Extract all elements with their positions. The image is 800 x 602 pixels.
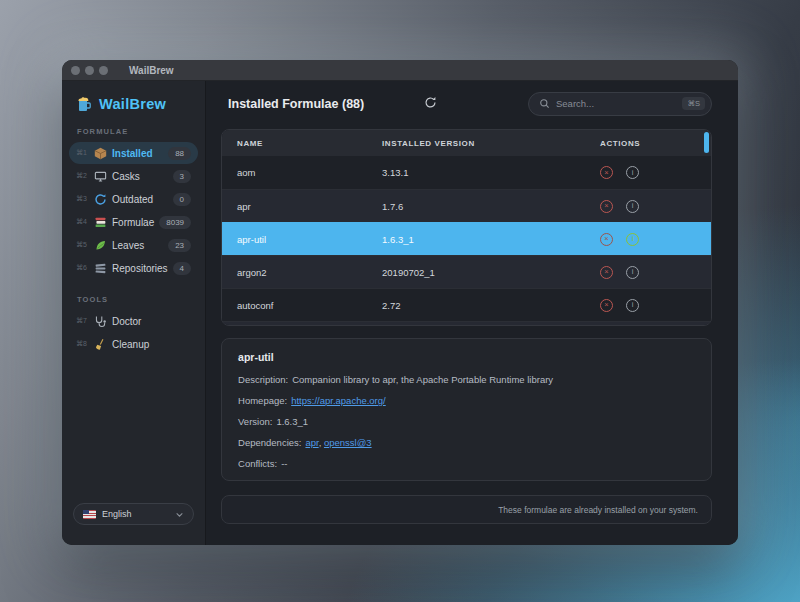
window-title: WailBrew: [129, 65, 174, 76]
table-row-apr[interactable]: apr 1.7.6 ×i: [222, 189, 711, 222]
sidebar-item-outdated[interactable]: ⌘3 Outdated 0: [69, 188, 198, 210]
details-conflicts: Conflicts:--: [238, 458, 695, 469]
titlebar: WailBrew: [62, 60, 738, 81]
shortcut-hint: ⌘3: [76, 195, 89, 203]
refresh-icon: [424, 96, 437, 112]
info-icon[interactable]: i: [626, 200, 639, 213]
section-label-tools: TOOLS: [62, 280, 205, 309]
sidebar-item-cleanup[interactable]: ⌘8 Cleanup: [69, 333, 198, 355]
us-flag-icon: [83, 510, 96, 519]
search-field[interactable]: ⌘S: [528, 92, 712, 116]
cell-version: 1.6.3_1: [382, 234, 600, 245]
display-icon: [94, 170, 107, 183]
app-window: WailBrew WailBrew FORMULAE ⌘1 Installed …: [62, 60, 738, 545]
info-icon[interactable]: i: [626, 233, 639, 246]
language-label: English: [102, 509, 132, 519]
cell-name: aom: [237, 167, 382, 178]
cell-version: 1.7.6: [382, 201, 600, 212]
cell-name: apr-util: [237, 234, 382, 245]
shortcut-hint: ⌘7: [76, 317, 89, 325]
count-badge: 3: [173, 170, 191, 183]
section-label-formulae: FORMULAE: [62, 112, 205, 141]
count-badge: 0: [173, 193, 191, 206]
zoom-window-button[interactable]: [99, 66, 108, 75]
shortcut-hint: ⌘6: [76, 264, 89, 272]
table-row-aom[interactable]: aom 3.13.1 ×i: [222, 156, 711, 189]
sidebar-item-label: Formulae: [112, 217, 154, 228]
sidebar-item-label: Installed: [112, 148, 153, 159]
refresh-icon: [94, 193, 107, 206]
table-row-apr-util[interactable]: apr-util 1.6.3_1 ×i: [222, 222, 711, 255]
sidebar-item-label: Casks: [112, 171, 140, 182]
sidebar-item-label: Leaves: [112, 240, 144, 251]
info-icon[interactable]: i: [626, 166, 639, 179]
sidebar-item-formulae[interactable]: ⌘4 Formulae 8039: [69, 211, 198, 233]
details-version: Version:1.6.3_1: [238, 416, 695, 427]
homepage-link[interactable]: https://apr.apache.org/: [291, 395, 386, 406]
uninstall-icon[interactable]: ×: [600, 299, 613, 312]
sidebar-item-doctor[interactable]: ⌘7 Doctor: [69, 310, 198, 332]
details-dependencies: Dependencies:apr, openssl@3: [238, 437, 695, 448]
status-message: These formulae are already installed on …: [498, 505, 698, 515]
uninstall-icon[interactable]: ×: [600, 266, 613, 279]
page-title: Installed Formulae (88): [228, 97, 364, 111]
cell-version: 3.13.1: [382, 167, 600, 178]
sidebar-item-leaves[interactable]: ⌘5 Leaves 23: [69, 234, 198, 256]
details-homepage: Homepage:https://apr.apache.org/: [238, 395, 695, 406]
sidebar-item-label: Outdated: [112, 194, 153, 205]
details-title: apr-util: [238, 351, 695, 363]
count-badge: 4: [173, 262, 191, 275]
table-row-autoconf[interactable]: autoconf 2.72 ×i: [222, 288, 711, 321]
chevron-down-icon: [175, 510, 184, 519]
stethoscope-icon: [94, 315, 107, 328]
formulae-table: NAME INSTALLED VERSION ACTIONS aom 3.13.…: [221, 129, 712, 326]
shortcut-hint: ⌘2: [76, 172, 89, 180]
dependency-link[interactable]: apr: [305, 437, 318, 448]
sidebar: WailBrew FORMULAE ⌘1 Installed 88 ⌘2 Cas…: [62, 81, 206, 545]
table-header: NAME INSTALLED VERSION ACTIONS: [222, 130, 711, 156]
cell-name: argon2: [237, 267, 382, 278]
cell-version: 20190702_1: [382, 267, 600, 278]
close-window-button[interactable]: [71, 66, 80, 75]
sidebar-item-repositories[interactable]: ⌘6 Repositories 4: [69, 257, 198, 279]
books-icon: [94, 216, 107, 229]
info-icon[interactable]: i: [626, 299, 639, 312]
column-header-actions: ACTIONS: [600, 139, 696, 148]
table-row-argon2[interactable]: argon2 20190702_1 ×i: [222, 255, 711, 288]
uninstall-icon[interactable]: ×: [600, 166, 613, 179]
repo-icon: [94, 262, 107, 275]
column-header-version: INSTALLED VERSION: [382, 139, 600, 148]
brand: WailBrew: [62, 81, 205, 112]
sidebar-item-installed[interactable]: ⌘1 Installed 88: [69, 142, 198, 164]
count-badge: 88: [168, 147, 191, 160]
search-shortcut-badge: ⌘S: [682, 97, 705, 110]
status-bar: These formulae are already installed on …: [221, 495, 712, 524]
scrollbar-thumb[interactable]: [704, 132, 709, 153]
count-badge: 23: [168, 239, 191, 252]
sidebar-item-label: Cleanup: [112, 339, 149, 350]
sidebar-item-label: Doctor: [112, 316, 141, 327]
language-selector[interactable]: English: [73, 503, 194, 525]
package-icon: [94, 147, 107, 160]
uninstall-icon[interactable]: ×: [600, 200, 613, 213]
minimize-window-button[interactable]: [85, 66, 94, 75]
sidebar-item-label: Repositories: [112, 263, 168, 274]
uninstall-icon[interactable]: ×: [600, 233, 613, 246]
refresh-button[interactable]: [424, 96, 437, 112]
details-description: Description:Companion library to apr, th…: [238, 374, 695, 385]
sidebar-item-casks[interactable]: ⌘2 Casks 3: [69, 165, 198, 187]
count-badge: 8039: [159, 216, 191, 229]
leaf-icon: [94, 239, 107, 252]
cell-name: autoconf: [237, 300, 382, 311]
shortcut-hint: ⌘8: [76, 340, 89, 348]
cell-name: apr: [237, 201, 382, 212]
shortcut-hint: ⌘1: [76, 149, 89, 157]
main-content: Installed Formulae (88) ⌘S NAME INSTALLE…: [206, 81, 738, 545]
dependency-link[interactable]: openssl@3: [324, 437, 372, 448]
info-icon[interactable]: i: [626, 266, 639, 279]
table-row-partial[interactable]: ×i: [222, 321, 711, 326]
search-input[interactable]: [556, 98, 676, 109]
cell-version: 2.72: [382, 300, 600, 311]
details-panel: apr-util Description:Companion library t…: [221, 338, 712, 481]
wailbrew-logo-icon: [76, 96, 92, 112]
